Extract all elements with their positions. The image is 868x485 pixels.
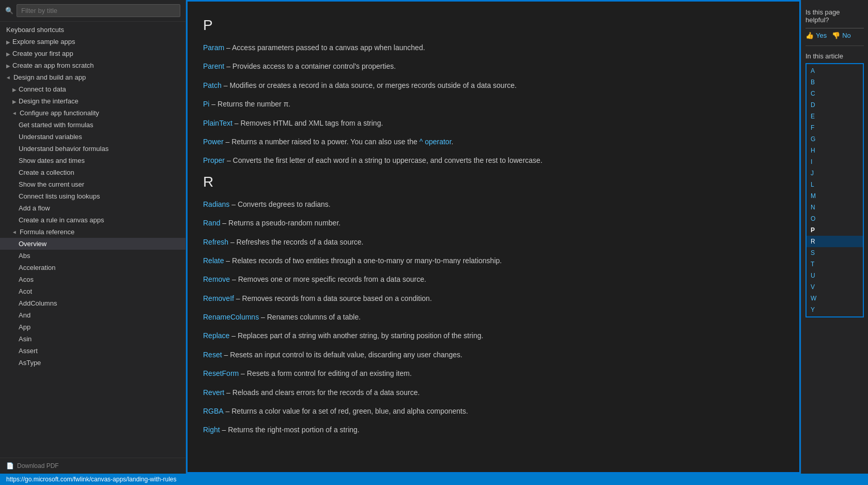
formula-link-rand[interactable]: Rand xyxy=(203,219,220,227)
formula-link-power[interactable]: Power xyxy=(203,138,224,146)
formula-desc-patch: – Modifies or creates a record in a data… xyxy=(222,81,517,89)
nav-item-label: Design and build an app xyxy=(13,73,86,81)
sidebar-item-create-collection[interactable]: Create a collection xyxy=(0,166,185,178)
nav-item-label: Keyboard shortcuts xyxy=(6,26,64,34)
formula-link-resetform[interactable]: ResetForm xyxy=(203,369,239,377)
sidebar-item-astype[interactable]: AsType xyxy=(0,357,185,369)
formula-desc-rgba: – Returns a color value for a set of red… xyxy=(224,407,468,415)
formula-link-param[interactable]: Param xyxy=(203,43,224,52)
nav-item-label: Get started with formulas xyxy=(19,121,94,129)
sidebar-item-acot[interactable]: Acot xyxy=(0,285,185,297)
formula-entry-patch: Patch – Modifies or creates a record in … xyxy=(203,80,784,91)
formula-link-renamecolumns[interactable]: RenameColumns xyxy=(203,313,259,321)
helpful-divider xyxy=(805,28,864,28)
sidebar-item-show-current-user[interactable]: Show the current user xyxy=(0,178,185,190)
formula-link-pi[interactable]: Pi xyxy=(203,100,209,108)
nav-item-label: Explore sample apps xyxy=(12,38,75,46)
formula-link-reset[interactable]: Reset xyxy=(203,351,222,359)
download-pdf-button[interactable]: 📄 Download PDF xyxy=(0,458,185,474)
formula-link-remove[interactable]: Remove xyxy=(203,275,230,283)
alpha-nav-D[interactable]: D xyxy=(807,99,863,111)
nav-item-label: Formula reference xyxy=(20,228,74,236)
sidebar-item-connect-lists-lookups[interactable]: Connect lists using lookups xyxy=(0,190,185,202)
formula-link-proper[interactable]: Proper xyxy=(203,156,225,164)
sidebar-item-design-the-interface[interactable]: ▶Design the interface xyxy=(0,95,185,107)
sidebar-item-abs[interactable]: Abs xyxy=(0,250,185,262)
alpha-nav-T[interactable]: T xyxy=(807,259,863,270)
sidebar-item-create-rule-canvas[interactable]: Create a rule in canvas apps xyxy=(0,214,185,226)
alpha-nav-E[interactable]: E xyxy=(807,111,863,122)
alpha-nav-G[interactable]: G xyxy=(807,133,863,145)
formula-link-relate[interactable]: Relate xyxy=(203,256,224,265)
formula-link-right[interactable]: Right xyxy=(203,426,220,434)
sidebar-item-create-app-from-scratch[interactable]: ▶Create an app from scratch xyxy=(0,59,185,71)
alpha-nav-P[interactable]: P xyxy=(807,224,863,236)
yes-button[interactable]: 👍 Yes xyxy=(805,32,827,39)
formula-desc-parent: – Provides access to a container control… xyxy=(224,62,396,70)
search-input[interactable] xyxy=(17,4,180,17)
alpha-nav-U[interactable]: U xyxy=(807,270,863,281)
formula-link-removeif[interactable]: RemoveIf xyxy=(203,294,234,302)
formula-link-radians[interactable]: Radians xyxy=(203,200,229,208)
sidebar-item-get-started-formulas[interactable]: Get started with formulas xyxy=(0,119,185,131)
alpha-nav-B[interactable]: B xyxy=(807,77,863,88)
thumbs-down-icon: 👎 xyxy=(832,32,840,39)
alpha-nav-M[interactable]: M xyxy=(807,190,863,202)
alpha-nav-O[interactable]: O xyxy=(807,213,863,224)
formula-link-replace[interactable]: Replace xyxy=(203,331,229,340)
nav-item-label: Show dates and times xyxy=(19,157,85,164)
sidebar-item-add-flow[interactable]: Add a flow xyxy=(0,202,185,214)
operator-link-power[interactable]: ^ operator xyxy=(420,138,452,146)
sidebar-item-create-your-first-app[interactable]: ▶Create your first app xyxy=(0,48,185,59)
alpha-nav-V[interactable]: V xyxy=(807,281,863,293)
sidebar-item-acos[interactable]: Acos xyxy=(0,274,185,285)
sidebar-item-formula-reference[interactable]: ▼Formula reference xyxy=(0,226,185,238)
formula-entry-power: Power – Returns a number raised to a pow… xyxy=(203,136,784,147)
alpha-nav-F[interactable]: F xyxy=(807,122,863,133)
alpha-nav-L[interactable]: L xyxy=(807,179,863,190)
sidebar-item-configure-app-functionality[interactable]: ▼Configure app functionality xyxy=(0,107,185,119)
arrow-icon: ▶ xyxy=(12,99,17,104)
search-icon: 🔍 xyxy=(5,7,13,14)
sidebar-item-asin[interactable]: Asin xyxy=(0,333,185,345)
alpha-nav-N[interactable]: N xyxy=(807,202,863,213)
alpha-nav-I[interactable]: I xyxy=(807,156,863,168)
alpha-nav-A[interactable]: A xyxy=(807,65,863,77)
sidebar-item-show-dates-times[interactable]: Show dates and times xyxy=(0,155,185,166)
alpha-nav-H[interactable]: H xyxy=(807,145,863,156)
nav-item-label: Abs xyxy=(19,252,30,260)
sidebar-item-understand-variables[interactable]: Understand variables xyxy=(0,131,185,143)
sidebar-item-acceleration[interactable]: Acceleration xyxy=(0,262,185,274)
status-url: https://go.microsoft.com/fwlink/canvas-a… xyxy=(6,476,176,483)
formula-entry-revert: Revert – Reloads and clears errors for t… xyxy=(203,387,784,398)
sidebar-item-assert[interactable]: Assert xyxy=(0,345,185,357)
formula-link-revert[interactable]: Revert xyxy=(203,388,224,397)
sidebar-item-connect-to-data[interactable]: ▶Connect to data xyxy=(0,83,185,95)
nav-item-label: Overview xyxy=(19,240,47,248)
sidebar-item-keyboard-shortcuts[interactable]: Keyboard shortcuts xyxy=(0,24,185,36)
sidebar-item-addcolumns[interactable]: AddColumns xyxy=(0,297,185,309)
formula-desc-pi: – Returns the number π. xyxy=(209,100,290,108)
formula-link-parent[interactable]: Parent xyxy=(203,62,224,70)
sidebar-item-understand-behavior-formulas[interactable]: Understand behavior formulas xyxy=(0,143,185,155)
alpha-nav-W[interactable]: W xyxy=(807,293,863,304)
sidebar-item-app[interactable]: App xyxy=(0,321,185,333)
formula-link-plaintext[interactable]: PlainText xyxy=(203,119,233,127)
sidebar-item-overview[interactable]: Overview xyxy=(0,238,185,250)
formula-entry-pi: Pi – Returns the number π. xyxy=(203,98,784,110)
alpha-nav-S[interactable]: S xyxy=(807,247,863,259)
formula-desc-relate: – Relates records of two entities throug… xyxy=(224,256,502,265)
alpha-nav-J[interactable]: J xyxy=(807,168,863,179)
sidebar-item-design-build-app[interactable]: ▼Design and build an app xyxy=(0,71,185,83)
formula-entry-replace: Replace – Replaces part of a string with… xyxy=(203,330,784,341)
alpha-nav-C[interactable]: C xyxy=(807,88,863,99)
formula-link-patch[interactable]: Patch xyxy=(203,81,222,89)
sidebar-item-explore-sample-apps[interactable]: ▶Explore sample apps xyxy=(0,36,185,48)
no-button[interactable]: 👎 No xyxy=(832,32,851,39)
formula-entry-reset: Reset – Resets an input control to its d… xyxy=(203,349,784,360)
alpha-nav-R[interactable]: R xyxy=(807,236,863,247)
formula-link-rgba[interactable]: RGBA xyxy=(203,407,224,415)
formula-link-refresh[interactable]: Refresh xyxy=(203,238,228,246)
sidebar-item-and[interactable]: And xyxy=(0,309,185,321)
alpha-nav-Y[interactable]: Y xyxy=(807,304,863,315)
